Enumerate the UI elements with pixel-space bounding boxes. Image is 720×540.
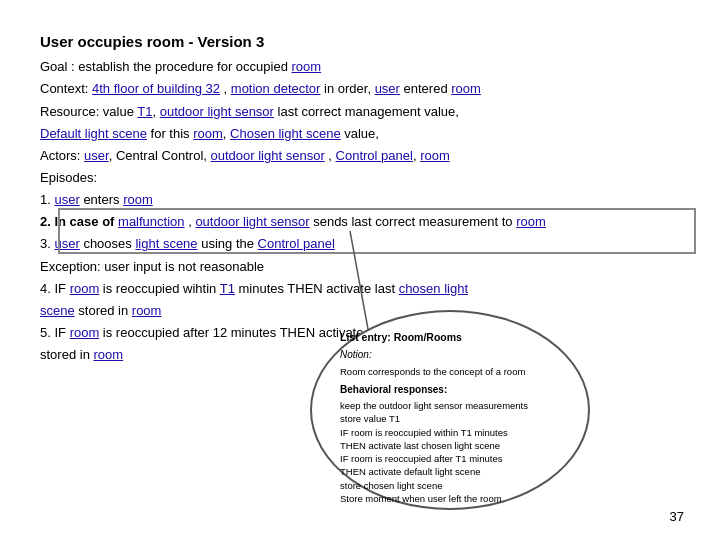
ep4-chosen-link[interactable]: chosen light (399, 281, 468, 296)
ep4-room2-link[interactable]: room (132, 303, 162, 318)
ep4-stored: stored in (75, 303, 132, 318)
ep5-stored: stored in (40, 347, 93, 362)
resource-sep: , (153, 104, 160, 119)
resource-prefix: Resource: value (40, 104, 137, 119)
oval-content: List entry: Room/Rooms Notion: Room corr… (330, 320, 570, 515)
ep1-user-link[interactable]: user (54, 192, 79, 207)
context-line: Context: 4th floor of building 32 , moti… (40, 79, 680, 99)
ep4-scene-link[interactable]: scene (40, 303, 75, 318)
ep5-num: 5. IF (40, 325, 70, 340)
actors-cc: , Central Control, (109, 148, 211, 163)
oval-notion-label: Notion: (340, 348, 560, 362)
chosen-scene-link[interactable]: Chosen light scene (230, 126, 341, 141)
ep1-num: 1. (40, 192, 54, 207)
context-room-link[interactable]: room (451, 81, 481, 96)
ep5-room2-link[interactable]: room (93, 347, 123, 362)
context-motion-link[interactable]: motion detector (231, 81, 321, 96)
oval-notion-text: Room corresponds to the concept of a roo… (340, 365, 560, 378)
oval-line-4: THEN activate last chosen light scene (340, 439, 560, 452)
oval-line-3: IF room is reoccupied within T1 minutes (340, 426, 560, 439)
actors-room-link[interactable]: room (420, 148, 450, 163)
oval-behavioral-title: Behavioral responses: (340, 383, 560, 397)
episodes-header: Episodes: (40, 168, 680, 188)
default-scene-link[interactable]: Default light scene (40, 126, 147, 141)
goal-line: Goal : establish the procedure for occup… (40, 57, 680, 77)
context-prefix: Context: (40, 81, 92, 96)
oval-line-1: keep the outdoor light sensor measuremen… (340, 399, 560, 412)
ep4-t1-link[interactable]: T1 (220, 281, 235, 296)
resource-suffix: last correct management value, (274, 104, 459, 119)
default-line: Default light scene for this room, Chose… (40, 124, 680, 144)
oval-line-5: IF room is reoccupied after T1 minutes (340, 452, 560, 465)
default-room-link[interactable]: room (193, 126, 223, 141)
actors-prefix: Actors: (40, 148, 84, 163)
oval-line-7: store chosen light scene (340, 479, 560, 492)
resource-outdoor-link[interactable]: outdoor light sensor (160, 104, 274, 119)
ep5-room-link[interactable]: room (70, 325, 100, 340)
oval-line-2: store value T1 (340, 412, 560, 425)
default-value: value, (341, 126, 379, 141)
oval-line-6: THEN activate default light scene (340, 465, 560, 478)
ep3-num: 3. (40, 236, 54, 251)
ep4-minutes: minutes THEN activate last (235, 281, 399, 296)
malfunction-highlight-box (58, 208, 696, 254)
resource-line: Resource: value T1, outdoor light sensor… (40, 102, 680, 122)
actors-outdoor-link[interactable]: outdoor light sensor (211, 148, 325, 163)
oval-notion-title: Notion: (340, 349, 372, 360)
goal-room-link[interactable]: room (291, 59, 321, 74)
episode-4-line1: 4. IF room is reoccupied wihtin T1 minut… (40, 279, 680, 299)
context-inorder: in order, (320, 81, 374, 96)
ep4-reoccupied: is reoccupied wihtin (99, 281, 219, 296)
default-forthis: for this (147, 126, 193, 141)
actors-line: Actors: user, Central Control, outdoor l… (40, 146, 680, 166)
ep4-num: 4. IF (40, 281, 70, 296)
slide-title: User occupies room - Version 3 (40, 30, 680, 53)
goal-prefix: Goal : establish the procedure for occup… (40, 59, 291, 74)
oval-annotation: List entry: Room/Rooms Notion: Room corr… (310, 310, 590, 510)
exception-text: Exception: user input is not reasonable (40, 259, 264, 274)
exception-line: Exception: user input is not reasonable (40, 257, 680, 277)
actors-cp-link[interactable]: Control panel (336, 148, 413, 163)
page-number: 37 (670, 509, 684, 524)
context-sep1: , (220, 81, 231, 96)
context-entered: entered (400, 81, 451, 96)
context-user-link[interactable]: user (375, 81, 400, 96)
actors-user-link[interactable]: user (84, 148, 109, 163)
oval-entry-label: List entry: Room/Rooms (340, 330, 560, 345)
oval-behavioral-lines: keep the outdoor light sensor measuremen… (340, 399, 560, 505)
actors-sep: , (325, 148, 336, 163)
ep4-room-link[interactable]: room (70, 281, 100, 296)
resource-t1-link[interactable]: T1 (137, 104, 152, 119)
ep1-room-link[interactable]: room (123, 192, 153, 207)
default-comma: , (223, 126, 230, 141)
context-building-link[interactable]: 4th floor of building 32 (92, 81, 220, 96)
ep1-enters: enters (80, 192, 123, 207)
oval-line-8: Store moment when user left the room (340, 492, 560, 505)
